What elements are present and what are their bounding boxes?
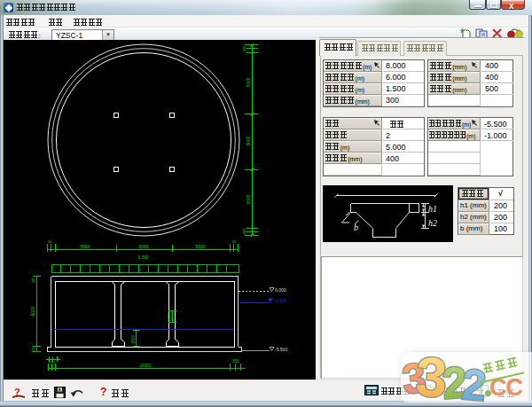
svg-text:?: ? xyxy=(14,387,20,397)
svg-text:-5.500: -5.500 xyxy=(275,347,287,352)
svg-text:5500: 5500 xyxy=(246,77,251,87)
svg-text:500: 500 xyxy=(232,359,239,364)
svg-text:400: 400 xyxy=(31,277,35,283)
svg-text:h1: h1 xyxy=(428,204,437,214)
svg-text:b: b xyxy=(354,223,358,232)
svg-text:400: 400 xyxy=(242,45,246,51)
svg-text:400: 400 xyxy=(242,228,246,234)
svg-text:5000: 5000 xyxy=(246,136,251,145)
svg-text:43: 43 xyxy=(232,239,237,244)
svg-text:1:50: 1:50 xyxy=(137,254,148,260)
svg-text:6000: 6000 xyxy=(168,311,172,321)
svg-text:5500: 5500 xyxy=(80,244,90,249)
svg-text:5000: 5000 xyxy=(138,244,148,249)
svg-text:5500: 5500 xyxy=(246,194,251,204)
svg-text:h2: h2 xyxy=(428,218,437,228)
svg-text:500: 500 xyxy=(31,346,35,352)
svg-text:34: 34 xyxy=(48,239,52,244)
svg-text:1500: 1500 xyxy=(131,334,136,344)
svg-text:-1.000: -1.000 xyxy=(274,298,286,303)
svg-text:6000: 6000 xyxy=(30,306,35,316)
svg-text:16000: 16000 xyxy=(140,364,152,368)
svg-text:500: 500 xyxy=(48,359,55,364)
svg-text:0.000: 0.000 xyxy=(275,287,286,293)
svg-text:5500: 5500 xyxy=(195,244,205,249)
